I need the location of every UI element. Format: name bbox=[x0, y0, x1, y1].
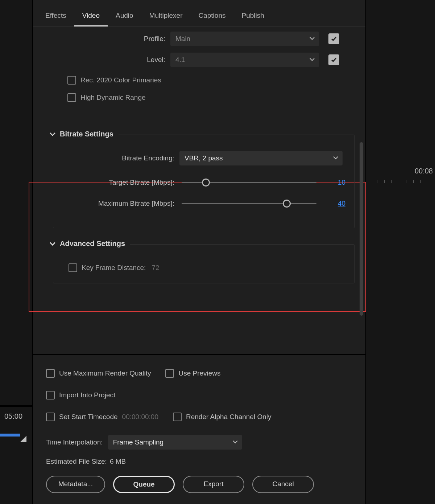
hdr-checkbox[interactable] bbox=[67, 93, 76, 102]
tab-audio[interactable]: Audio bbox=[108, 8, 141, 26]
profile-checkbox[interactable] bbox=[328, 33, 339, 44]
playhead-wedge-icon bbox=[20, 436, 26, 442]
bitrate-settings-section: Bitrate Settings Bitrate Encoding: VBR, … bbox=[53, 135, 355, 228]
max-render-quality-checkbox[interactable] bbox=[46, 369, 55, 378]
level-checkbox[interactable] bbox=[328, 54, 339, 65]
set-start-timecode-value: 00:00:00:00 bbox=[122, 413, 158, 421]
rec2020-label: Rec. 2020 Color Primaries bbox=[80, 76, 161, 84]
metadata-button[interactable]: Metadata... bbox=[46, 476, 105, 493]
render-alpha-checkbox[interactable] bbox=[173, 413, 182, 421]
timecode-label: 05:00 bbox=[4, 412, 22, 421]
tab-multiplexer[interactable]: Multiplexer bbox=[141, 8, 191, 26]
timeline-ruler-area: 00:08 bbox=[366, 0, 435, 504]
keyframe-distance-value: 72 bbox=[152, 264, 159, 272]
max-bitrate-label: Maximum Bitrate [Mbps]: bbox=[62, 200, 174, 208]
ruler-ticks bbox=[366, 178, 435, 183]
video-settings-body: Profile: Main Level: 4.1 Rec. 2020 Color… bbox=[33, 32, 365, 283]
scrollbar-thumb[interactable] bbox=[360, 142, 363, 316]
use-previews-label: Use Previews bbox=[178, 369, 220, 377]
use-previews-checkbox[interactable] bbox=[165, 369, 174, 378]
profile-value: Main bbox=[175, 35, 190, 43]
import-into-project-checkbox[interactable] bbox=[46, 391, 55, 399]
chevron-down-icon bbox=[333, 153, 338, 161]
estimated-size-label: Estimated File Size: bbox=[46, 458, 107, 466]
ruler-timecode: 00:08 bbox=[415, 167, 433, 175]
bitrate-section-title: Bitrate Settings bbox=[60, 130, 113, 138]
time-interpolation-label: Time Interpolation: bbox=[46, 438, 103, 446]
level-value: 4.1 bbox=[175, 56, 185, 64]
level-label: Level: bbox=[53, 56, 165, 64]
profile-label: Profile: bbox=[53, 35, 165, 43]
timeline-clip-indicator bbox=[0, 434, 20, 437]
cancel-button[interactable]: Cancel bbox=[252, 476, 314, 493]
chevron-down-icon bbox=[310, 55, 315, 63]
export-button[interactable]: Export bbox=[183, 476, 244, 493]
bitrate-encoding-value: VBR, 2 pass bbox=[185, 154, 223, 162]
keyframe-distance-checkbox[interactable] bbox=[69, 263, 77, 272]
bitrate-encoding-label: Bitrate Encoding: bbox=[62, 154, 174, 162]
target-bitrate-value[interactable]: 10 bbox=[329, 179, 345, 187]
time-interpolation-value: Frame Sampling bbox=[113, 438, 163, 446]
import-into-project-label: Import Into Project bbox=[59, 391, 115, 399]
queue-button[interactable]: Queue bbox=[113, 476, 175, 493]
export-settings-panel: Effects Video Audio Multiplexer Captions… bbox=[33, 0, 366, 504]
set-start-timecode-label: Set Start Timecode bbox=[59, 413, 118, 421]
render-alpha-label: Render Alpha Channel Only bbox=[186, 413, 272, 421]
profile-dropdown[interactable]: Main bbox=[170, 32, 319, 46]
hdr-label: High Dynamic Range bbox=[80, 94, 146, 102]
bitrate-encoding-dropdown[interactable]: VBR, 2 pass bbox=[179, 151, 343, 165]
timeline-left-gutter: 05:00 bbox=[0, 0, 33, 504]
max-render-quality-label: Use Maximum Render Quality bbox=[59, 369, 151, 377]
tab-video[interactable]: Video bbox=[74, 8, 108, 26]
divider bbox=[0, 405, 32, 407]
chevron-down-icon bbox=[233, 438, 238, 446]
estimated-size-value: 6 MB bbox=[110, 458, 126, 466]
chevron-down-icon bbox=[310, 34, 315, 42]
tab-captions[interactable]: Captions bbox=[190, 8, 233, 26]
target-bitrate-label: Target Bitrate [Mbps]: bbox=[62, 179, 174, 187]
max-bitrate-slider[interactable] bbox=[182, 203, 316, 204]
disclosure-triangle-icon[interactable] bbox=[50, 240, 55, 248]
set-start-timecode-checkbox[interactable] bbox=[46, 413, 55, 421]
advanced-settings-section: Advanced Settings Key Frame Distance: 72 bbox=[53, 244, 355, 283]
slider-thumb[interactable] bbox=[283, 200, 291, 208]
advanced-section-title: Advanced Settings bbox=[60, 239, 125, 248]
keyframe-distance-label: Key Frame Distance: bbox=[82, 264, 146, 272]
tab-effects[interactable]: Effects bbox=[37, 8, 74, 26]
export-footer: Use Maximum Render Quality Use Previews … bbox=[33, 354, 365, 504]
max-bitrate-value[interactable]: 40 bbox=[329, 200, 345, 208]
time-interpolation-dropdown[interactable]: Frame Sampling bbox=[108, 435, 242, 450]
slider-thumb[interactable] bbox=[202, 179, 210, 187]
target-bitrate-slider[interactable] bbox=[182, 182, 316, 183]
rec2020-checkbox[interactable] bbox=[67, 76, 76, 85]
disclosure-triangle-icon[interactable] bbox=[50, 130, 55, 138]
tab-publish[interactable]: Publish bbox=[233, 8, 272, 26]
settings-tabs: Effects Video Audio Multiplexer Captions… bbox=[33, 0, 365, 26]
level-dropdown[interactable]: 4.1 bbox=[170, 53, 319, 67]
